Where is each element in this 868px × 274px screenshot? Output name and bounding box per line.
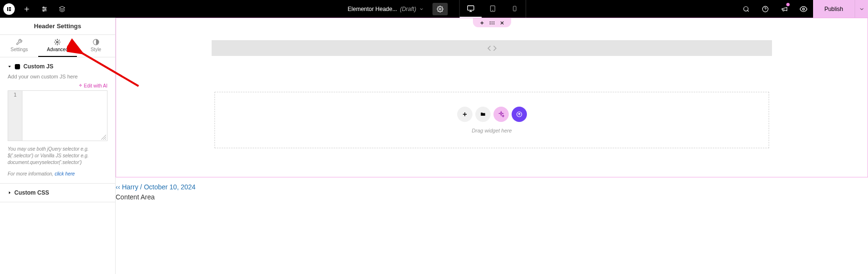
post-author-link[interactable]: Harry — [122, 183, 138, 191]
tab-settings[interactable]: Settings — [0, 35, 38, 57]
panel-tabs: Settings Advanced Style — [0, 35, 115, 57]
custom-js-docs-link[interactable]: click here — [54, 171, 75, 176]
section-add-button[interactable] — [480, 21, 484, 25]
meta-leave-icon: ‹‹ — [116, 183, 122, 191]
structure-button[interactable] — [53, 0, 71, 18]
svg-rect-1 — [9, 7, 11, 8]
folder-icon — [480, 111, 486, 117]
svg-point-39 — [492, 23, 493, 24]
html-widget-placeholder[interactable] — [212, 40, 772, 56]
custom-css-section: Custom CSS — [0, 184, 115, 202]
contrast-icon — [93, 39, 99, 45]
panel-title: Header Settings — [0, 18, 115, 35]
document-name: Elementor Heade... — [348, 6, 397, 12]
custom-js-header[interactable]: Custom JS — [8, 63, 107, 70]
section-close-button[interactable] — [500, 21, 504, 25]
device-mobile-button[interactable] — [504, 0, 525, 18]
custom-js-hint1: You may use both jQuery selector e.g. $(… — [8, 146, 107, 166]
editor-gutter: 1 — [8, 91, 22, 141]
svg-line-31 — [105, 139, 106, 140]
custom-css-header[interactable]: Custom CSS — [8, 189, 107, 196]
help-button[interactable] — [756, 0, 775, 18]
template-library-button[interactable] — [475, 107, 491, 122]
svg-marker-27 — [8, 66, 11, 67]
caret-down-icon — [8, 65, 11, 68]
post-date-link[interactable]: October 10, 2024 — [144, 183, 195, 191]
svg-point-40 — [493, 23, 494, 24]
publish-button[interactable]: Publish — [813, 0, 855, 18]
post-meta: ‹‹ Harry / October 10, 2024 — [116, 183, 195, 191]
finder-search-button[interactable] — [737, 0, 756, 18]
custom-js-content: Add your own custom JS here Edit with AI… — [8, 70, 107, 177]
resize-handle-icon[interactable] — [101, 135, 106, 140]
widget-dropzone[interactable]: Drag widget here — [214, 92, 769, 148]
svg-point-11 — [43, 10, 44, 11]
notification-dot — [786, 3, 790, 6]
ai-button[interactable] — [493, 107, 509, 122]
global-button[interactable] — [512, 107, 527, 122]
svg-point-38 — [490, 23, 491, 24]
svg-rect-3 — [9, 10, 11, 11]
desktop-icon — [467, 5, 474, 12]
svg-point-9 — [44, 8, 45, 9]
document-title-dropdown[interactable]: Elementor Heade... (Draft) — [342, 6, 429, 12]
megaphone-icon — [781, 6, 788, 12]
badge-icon — [14, 64, 21, 70]
svg-point-25 — [57, 41, 59, 43]
section-handle — [473, 18, 511, 27]
device-tablet-button[interactable] — [482, 0, 504, 18]
dropzone-text: Drag widget here — [472, 128, 512, 133]
page-settings-button[interactable] — [432, 3, 448, 15]
whats-new-button[interactable] — [775, 0, 794, 18]
topbar-right: Publish — [737, 0, 868, 18]
section-edit-button[interactable] — [489, 21, 495, 25]
plus-icon — [462, 111, 468, 117]
sparkle-icon — [78, 84, 83, 88]
edit-with-ai-link[interactable]: Edit with AI — [8, 83, 107, 88]
gear-icon — [437, 6, 443, 12]
elementor-logo[interactable] — [0, 0, 18, 18]
tab-style[interactable]: Style — [77, 35, 115, 57]
svg-point-24 — [803, 8, 804, 10]
svg-point-36 — [492, 22, 493, 22]
wrench-icon — [16, 39, 22, 45]
svg-rect-0 — [7, 7, 8, 11]
chevron-down-icon — [419, 7, 424, 11]
document-status: (Draft) — [400, 6, 416, 12]
site-settings-button[interactable] — [35, 0, 53, 18]
code-icon — [487, 44, 497, 53]
sparkle-icon — [498, 111, 504, 118]
svg-point-7 — [43, 7, 44, 8]
custom-js-hint2: For more information, click here — [8, 171, 107, 177]
help-icon — [762, 6, 769, 12]
caret-right-icon — [8, 191, 11, 195]
eye-icon — [800, 5, 807, 13]
device-desktop-button[interactable] — [460, 0, 482, 18]
svg-rect-13 — [468, 6, 474, 10]
preview-button[interactable] — [794, 0, 813, 18]
chevron-down-icon — [859, 6, 865, 12]
tab-advanced[interactable]: Advanced — [38, 35, 76, 57]
add-element-button[interactable] — [18, 0, 35, 18]
svg-point-35 — [490, 22, 491, 22]
canvas-section[interactable]: Drag widget here — [116, 18, 868, 177]
publish-options-dropdown[interactable] — [855, 0, 868, 18]
svg-point-12 — [439, 8, 441, 10]
mobile-icon — [512, 6, 517, 11]
svg-point-20 — [743, 6, 748, 11]
dropzone-buttons — [457, 107, 527, 122]
add-widget-button[interactable] — [457, 107, 472, 122]
content-area-label: Content Area — [116, 193, 155, 201]
svg-rect-28 — [15, 64, 20, 69]
custom-js-section: Custom JS Add your own custom JS here Ed… — [0, 57, 115, 184]
svg-point-37 — [493, 22, 494, 22]
search-icon — [743, 6, 750, 12]
upload-icon — [516, 111, 523, 118]
custom-js-editor[interactable]: 1 — [8, 90, 107, 141]
sidebar-panel: Header Settings Settings Advanced Style … — [0, 18, 116, 274]
top-bar: Elementor Heade... (Draft) — [0, 0, 868, 18]
svg-marker-32 — [9, 191, 11, 194]
editor-textarea[interactable] — [22, 91, 107, 141]
topbar-center: Elementor Heade... (Draft) — [342, 0, 526, 18]
topbar-left — [0, 0, 71, 18]
